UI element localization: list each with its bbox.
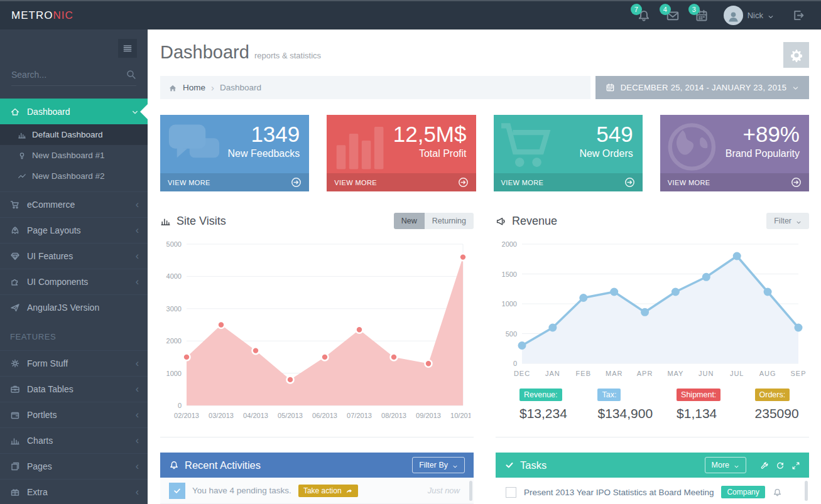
svg-text:08/2013: 08/2013	[381, 412, 406, 419]
svg-text:2000: 2000	[502, 240, 517, 248]
puzzle-icon	[10, 277, 20, 287]
bell-icon[interactable]	[773, 488, 782, 497]
sidebar-item-data-tables[interactable]: Data Tables ‹	[0, 376, 148, 402]
briefcase-icon	[10, 384, 20, 394]
stat-card[interactable]: +89% Brand Popularity VIEW MORE	[660, 115, 809, 191]
take-action-button[interactable]: Take action	[298, 485, 358, 497]
svg-text:SEP: SEP	[790, 370, 806, 377]
scrollbar[interactable]	[469, 481, 472, 501]
revenue-stat-badge: Orders:	[755, 389, 790, 401]
svg-text:1000: 1000	[502, 300, 517, 308]
view-more-button[interactable]: VIEW MORE	[494, 173, 643, 191]
bar-chart-icon	[160, 216, 171, 227]
chevron-left-icon: ‹	[136, 251, 139, 261]
sidebar-search	[11, 69, 136, 86]
notification-button[interactable]: 4	[666, 9, 680, 23]
expand-icon[interactable]	[791, 461, 800, 469]
svg-text:DEC: DEC	[514, 370, 530, 377]
sidebar-item-portlets[interactable]: Portlets ‹	[0, 402, 148, 427]
svg-text:APR: APR	[637, 370, 653, 377]
sidebar-item-new-dashboard-2[interactable]: New Dashboard #2 ‹	[0, 166, 148, 186]
site-visits-title: Site Visits	[160, 215, 226, 228]
returning-visitors-button[interactable]: Returning	[425, 213, 474, 229]
task-checkbox[interactable]	[506, 487, 516, 498]
view-more-button[interactable]: VIEW MORE	[660, 173, 809, 191]
brand-logo-suffix: NIC	[53, 9, 73, 21]
view-more-button[interactable]: VIEW MORE	[327, 173, 476, 191]
chevron-down-icon	[131, 108, 139, 115]
breadcrumb-home-link[interactable]: Home	[183, 83, 205, 92]
stat-card[interactable]: 12,5M$ Total Profit VIEW MORE	[327, 115, 476, 191]
revenue-chart: 0500100015002000DECJANFEBMARAPRMAYJUNJUL…	[497, 238, 806, 381]
sidebar-item-features[interactable]: FEATURES ‹	[0, 323, 148, 350]
sidebar-item-angularjs-version[interactable]: AngularJS Version ‹	[0, 294, 148, 320]
revenue-stat-badge: Tax:	[597, 389, 621, 401]
revenue-stat-value: $134,900	[597, 406, 653, 421]
svg-text:03/2013: 03/2013	[209, 412, 234, 419]
more-button[interactable]: More	[705, 457, 746, 473]
brand-logo[interactable]: METRONIC	[0, 9, 148, 22]
revenue-stat-badge: Shipment:	[677, 389, 720, 401]
settings-button[interactable]	[783, 42, 809, 68]
filter-by-button[interactable]: Filter By	[412, 457, 465, 473]
chevron-down-icon	[768, 13, 774, 19]
sidebar-item-page-layouts[interactable]: Page Layouts ‹	[0, 217, 148, 243]
svg-text:04/2013: 04/2013	[243, 412, 268, 419]
avatar	[724, 6, 743, 25]
wrench-icon[interactable]	[760, 461, 769, 469]
svg-text:09/2013: 09/2013	[416, 412, 441, 419]
activity-time: Just now	[428, 486, 460, 495]
site-visits-chart: 01000200030004000500002/201303/201304/20…	[161, 238, 470, 423]
sidebar-item-charts[interactable]: Charts ‹	[0, 427, 148, 453]
revenue-stat-value: $1,134	[677, 406, 731, 421]
gem-icon	[10, 251, 20, 261]
revenue-title: Revenue	[496, 215, 557, 228]
rocket-icon	[10, 225, 20, 235]
sidebar-item-ui-components[interactable]: UI Components ‹	[0, 269, 148, 294]
arrow-right-circle-icon	[624, 177, 635, 188]
stat-card[interactable]: 1349 New Feedbacks VIEW MORE	[160, 115, 309, 191]
revenue-filter-button[interactable]: Filter	[766, 213, 809, 229]
view-more-button[interactable]: VIEW MORE	[160, 173, 309, 191]
sidebar-item-ecommerce[interactable]: eCommerce ‹	[0, 191, 148, 217]
search-input[interactable]	[11, 70, 136, 80]
new-visitors-button[interactable]: New	[394, 213, 425, 229]
refresh-icon[interactable]	[776, 461, 785, 469]
logout-button[interactable]	[791, 9, 805, 22]
sidebar-toggle-button[interactable]	[118, 39, 137, 58]
sidebar-item-extra[interactable]: Extra ‹	[0, 479, 148, 504]
search-icon[interactable]	[126, 69, 136, 80]
user-menu[interactable]: Nick	[724, 6, 774, 25]
metronic-admin-dashboard: METRONIC 7 4 3 Nick Dashboard ‹	[0, 0, 821, 504]
scrollbar[interactable]	[805, 481, 808, 501]
bell-icon	[169, 460, 179, 470]
revenue-stat: Tax: $134,900	[574, 389, 653, 421]
sidebar-item-ui-features[interactable]: UI Features ‹	[0, 243, 148, 269]
sidebar-item-new-dashboard-1[interactable]: New Dashboard #1 ‹	[0, 145, 148, 166]
activity-row: You have 4 pending tasks. Take action Ju…	[160, 478, 474, 504]
chevron-left-icon: ‹	[136, 225, 139, 235]
stat-cards: 1349 New Feedbacks VIEW MORE 12,5M$ Tota…	[160, 115, 809, 191]
tasks-panel: Tasks More Present 2013 Year IPO Statist…	[496, 453, 809, 504]
chevron-left-icon: ‹	[136, 200, 139, 210]
stat-card[interactable]: 549 New Orders VIEW MORE	[494, 115, 643, 191]
revenue-stat: Revenue: $13,234	[496, 389, 574, 421]
tasks-title: Tasks	[520, 459, 546, 471]
date-range-picker[interactable]: DECEMBER 25, 2014 - JANUARY 23, 2015	[595, 76, 809, 99]
notification-button[interactable]: 3	[695, 9, 709, 23]
sidebar-item-default-dashboard[interactable]: Default Dashboard ‹	[0, 124, 148, 145]
sidebar-item-form-stuff[interactable]: Form Stuff ‹	[0, 350, 148, 376]
home-icon	[168, 83, 177, 92]
svg-text:MAY: MAY	[667, 370, 683, 377]
sidebar-item-dashboard[interactable]: Dashboard ‹	[0, 99, 148, 124]
top-bar-actions: 7 4 3 Nick	[637, 6, 821, 25]
chevron-left-icon: ‹	[136, 277, 139, 287]
sidebar-item-pages[interactable]: Pages ‹	[0, 453, 148, 479]
notification-badge: 7	[631, 4, 642, 15]
notification-button[interactable]: 7	[637, 9, 651, 23]
sidebar-menu: Dashboard ‹ Default Dashboard ‹ New Dash…	[0, 99, 148, 504]
megaphone-icon	[496, 216, 506, 227]
svg-text:2000: 2000	[166, 337, 182, 345]
notification-icons: 7 4 3	[637, 9, 709, 23]
chevron-left-icon: ‹	[136, 410, 139, 420]
